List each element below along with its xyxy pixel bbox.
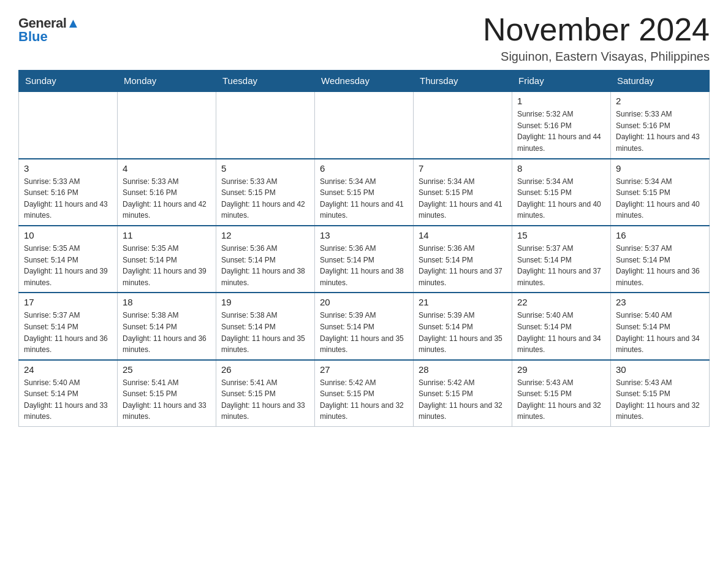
day-info: Sunrise: 5:34 AMSunset: 5:15 PMDaylight:… [517,176,605,221]
col-saturday: Saturday [611,71,710,92]
table-row [414,91,512,158]
table-row [315,91,414,158]
table-row [216,91,315,158]
logo: General▲ Blue [18,12,80,45]
table-row [118,91,216,158]
day-info: Sunrise: 5:37 AMSunset: 5:14 PMDaylight:… [517,243,605,288]
day-number: 27 [320,364,408,375]
col-thursday: Thursday [414,71,512,92]
day-info: Sunrise: 5:42 AMSunset: 5:15 PMDaylight:… [419,377,507,423]
day-number: 28 [419,364,507,375]
table-row: 13Sunrise: 5:36 AMSunset: 5:14 PMDayligh… [315,226,414,293]
table-row: 9Sunrise: 5:34 AMSunset: 5:15 PMDaylight… [611,159,710,226]
calendar-week-1: 1Sunrise: 5:32 AMSunset: 5:16 PMDaylight… [19,91,710,158]
table-row: 2Sunrise: 5:33 AMSunset: 5:16 PMDaylight… [611,91,710,158]
day-info: Sunrise: 5:43 AMSunset: 5:15 PMDaylight:… [616,377,704,423]
col-monday: Monday [118,71,216,92]
day-number: 7 [419,163,507,174]
day-number: 12 [221,230,309,240]
day-number: 19 [221,297,309,307]
table-row: 4Sunrise: 5:33 AMSunset: 5:16 PMDaylight… [118,159,216,226]
day-number: 20 [320,297,408,307]
day-info: Sunrise: 5:36 AMSunset: 5:14 PMDaylight:… [320,243,408,288]
day-info: Sunrise: 5:34 AMSunset: 5:15 PMDaylight:… [419,176,507,221]
table-row: 5Sunrise: 5:33 AMSunset: 5:15 PMDaylight… [216,159,315,226]
day-number: 14 [419,230,507,240]
table-row: 20Sunrise: 5:39 AMSunset: 5:14 PMDayligh… [315,293,414,359]
day-number: 13 [320,230,408,240]
day-info: Sunrise: 5:37 AMSunset: 5:14 PMDaylight:… [24,310,112,355]
month-year-title: November 2024 [483,12,710,47]
day-number: 24 [24,364,112,375]
table-row: 16Sunrise: 5:37 AMSunset: 5:14 PMDayligh… [611,226,710,293]
day-info: Sunrise: 5:33 AMSunset: 5:15 PMDaylight:… [221,176,309,221]
col-wednesday: Wednesday [315,71,414,92]
table-row: 24Sunrise: 5:40 AMSunset: 5:14 PMDayligh… [19,360,118,427]
day-number: 29 [517,364,605,375]
day-info: Sunrise: 5:41 AMSunset: 5:15 PMDaylight:… [123,377,211,423]
title-section: November 2024 Siguinon, Eastern Visayas,… [483,12,710,64]
table-row: 28Sunrise: 5:42 AMSunset: 5:15 PMDayligh… [414,360,512,427]
calendar-week-3: 10Sunrise: 5:35 AMSunset: 5:14 PMDayligh… [19,226,710,293]
table-row: 27Sunrise: 5:42 AMSunset: 5:15 PMDayligh… [315,360,414,427]
day-number: 18 [123,297,211,307]
calendar-week-2: 3Sunrise: 5:33 AMSunset: 5:16 PMDaylight… [19,159,710,226]
day-info: Sunrise: 5:38 AMSunset: 5:14 PMDaylight:… [123,310,211,355]
day-info: Sunrise: 5:37 AMSunset: 5:14 PMDaylight:… [616,243,704,288]
table-row: 26Sunrise: 5:41 AMSunset: 5:15 PMDayligh… [216,360,315,427]
day-info: Sunrise: 5:33 AMSunset: 5:16 PMDaylight:… [24,176,112,221]
day-number: 15 [517,230,605,240]
day-info: Sunrise: 5:35 AMSunset: 5:14 PMDaylight:… [24,243,112,288]
day-number: 1 [517,96,605,106]
col-tuesday: Tuesday [216,71,315,92]
day-number: 21 [419,297,507,307]
day-number: 11 [123,230,211,240]
day-info: Sunrise: 5:35 AMSunset: 5:14 PMDaylight:… [123,243,211,288]
day-number: 10 [24,230,112,240]
table-row: 12Sunrise: 5:36 AMSunset: 5:14 PMDayligh… [216,226,315,293]
calendar-table: Sunday Monday Tuesday Wednesday Thursday… [18,70,710,427]
day-number: 22 [517,297,605,307]
table-row: 6Sunrise: 5:34 AMSunset: 5:15 PMDaylight… [315,159,414,226]
day-number: 3 [24,163,112,174]
table-row: 15Sunrise: 5:37 AMSunset: 5:14 PMDayligh… [512,226,611,293]
table-row: 7Sunrise: 5:34 AMSunset: 5:15 PMDaylight… [414,159,512,226]
day-number: 5 [221,163,309,174]
table-row: 22Sunrise: 5:40 AMSunset: 5:14 PMDayligh… [512,293,611,359]
logo-triangle-icon: ▲ [66,15,79,31]
day-number: 2 [616,96,704,106]
table-row: 25Sunrise: 5:41 AMSunset: 5:15 PMDayligh… [118,360,216,427]
day-number: 17 [24,297,112,307]
day-number: 25 [123,364,211,375]
table-row: 23Sunrise: 5:40 AMSunset: 5:14 PMDayligh… [611,293,710,359]
table-row: 3Sunrise: 5:33 AMSunset: 5:16 PMDaylight… [19,159,118,226]
day-info: Sunrise: 5:36 AMSunset: 5:14 PMDaylight:… [221,243,309,288]
logo-blue-text: Blue [18,29,48,45]
day-number: 26 [221,364,309,375]
table-row: 29Sunrise: 5:43 AMSunset: 5:15 PMDayligh… [512,360,611,427]
day-number: 23 [616,297,704,307]
table-row: 30Sunrise: 5:43 AMSunset: 5:15 PMDayligh… [611,360,710,427]
calendar-week-5: 24Sunrise: 5:40 AMSunset: 5:14 PMDayligh… [19,360,710,427]
day-info: Sunrise: 5:34 AMSunset: 5:15 PMDaylight:… [616,176,704,221]
table-row: 11Sunrise: 5:35 AMSunset: 5:14 PMDayligh… [118,226,216,293]
day-info: Sunrise: 5:34 AMSunset: 5:15 PMDaylight:… [320,176,408,221]
day-info: Sunrise: 5:43 AMSunset: 5:15 PMDaylight:… [517,377,605,423]
day-info: Sunrise: 5:40 AMSunset: 5:14 PMDaylight:… [24,377,112,423]
table-row: 19Sunrise: 5:38 AMSunset: 5:14 PMDayligh… [216,293,315,359]
col-sunday: Sunday [19,71,118,92]
day-info: Sunrise: 5:39 AMSunset: 5:14 PMDaylight:… [419,310,507,355]
day-number: 9 [616,163,704,174]
day-number: 4 [123,163,211,174]
day-number: 6 [320,163,408,174]
day-info: Sunrise: 5:40 AMSunset: 5:14 PMDaylight:… [517,310,605,355]
day-info: Sunrise: 5:32 AMSunset: 5:16 PMDaylight:… [517,109,605,154]
day-info: Sunrise: 5:38 AMSunset: 5:14 PMDaylight:… [221,310,309,355]
day-info: Sunrise: 5:39 AMSunset: 5:14 PMDaylight:… [320,310,408,355]
table-row: 18Sunrise: 5:38 AMSunset: 5:14 PMDayligh… [118,293,216,359]
day-info: Sunrise: 5:42 AMSunset: 5:15 PMDaylight:… [320,377,408,423]
day-number: 16 [616,230,704,240]
table-row: 1Sunrise: 5:32 AMSunset: 5:16 PMDaylight… [512,91,611,158]
day-info: Sunrise: 5:33 AMSunset: 5:16 PMDaylight:… [616,109,704,154]
day-number: 8 [517,163,605,174]
